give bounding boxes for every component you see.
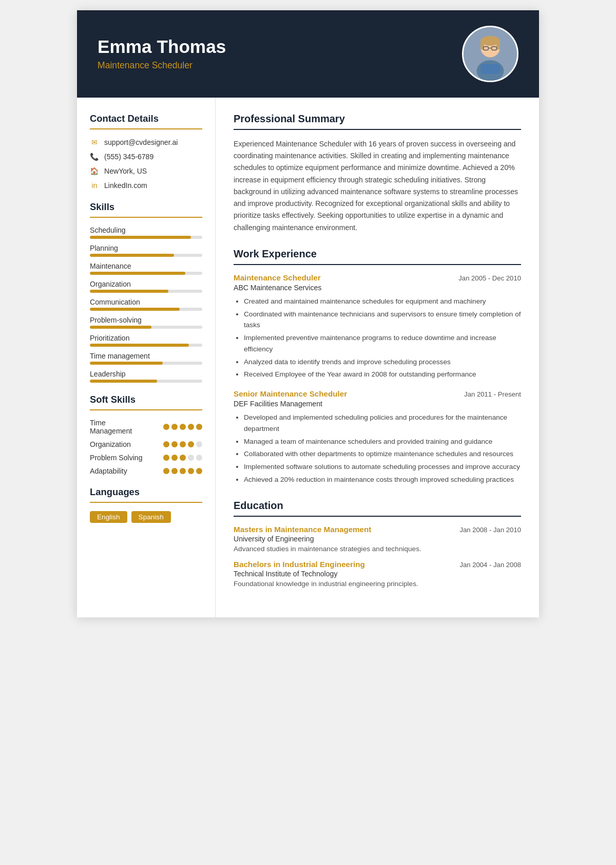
job-header: Senior Maintenance Scheduler Jan 2011 - … — [234, 389, 521, 398]
skill-item: Problem-solving — [90, 316, 202, 329]
dot — [171, 455, 178, 461]
contact-email: ✉ support@cvdesigner.ai — [90, 138, 202, 147]
soft-skill-name: Organization — [90, 440, 163, 448]
dots — [163, 468, 202, 474]
soft-skills-title: Soft Skills — [90, 394, 202, 405]
dot — [171, 424, 178, 430]
skill-item: Maintenance — [90, 262, 202, 275]
dot — [196, 424, 202, 430]
skill-bar — [90, 254, 202, 257]
resume-container: Emma Thomas Maintenance Scheduler — [77, 10, 539, 617]
edu-description: Advanced studies in maintenance strategi… — [234, 545, 521, 553]
avatar — [462, 26, 518, 82]
dots — [163, 441, 202, 447]
edu-degree: Bachelors in Industrial Engineering — [234, 560, 365, 569]
location-icon: 🏠 — [90, 166, 99, 176]
education-section: Education Masters in Maintenance Managem… — [234, 500, 521, 588]
job-company: DEF Facilities Management — [234, 400, 521, 408]
candidate-name: Emma Thomas — [98, 37, 226, 57]
skills-section: Skills Scheduling Planning Maintenance O… — [90, 201, 202, 383]
skills-divider — [90, 217, 202, 218]
skill-name: Time management — [90, 352, 202, 360]
skill-item: Organization — [90, 280, 202, 293]
linkedin-value: LinkedIn.com — [104, 181, 147, 190]
skill-fill — [90, 344, 189, 347]
summary-section: Professional Summary Experienced Mainten… — [234, 113, 521, 234]
work-title: Work Experience — [234, 248, 521, 260]
edu-dates: Jan 2004 - Jan 2008 — [459, 561, 521, 569]
job-company: ABC Maintenance Services — [234, 284, 521, 292]
skill-item: Time management — [90, 352, 202, 365]
summary-divider — [234, 129, 521, 130]
dot — [188, 424, 194, 430]
job-dates: Jan 2005 - Dec 2010 — [458, 274, 521, 282]
languages-divider — [90, 502, 202, 503]
education-entry: Masters in Maintenance Management Jan 20… — [234, 525, 521, 553]
skill-item: Planning — [90, 244, 202, 257]
work-experience-section: Work Experience Maintenance Scheduler Ja… — [234, 248, 521, 485]
skill-fill — [90, 254, 174, 257]
edu-degree: Masters in Maintenance Management — [234, 525, 371, 534]
contact-linkedin: in LinkedIn.com — [90, 181, 202, 190]
soft-skills-divider — [90, 409, 202, 410]
soft-skill-item: Adaptability — [90, 467, 202, 475]
job-bullet: Implemented preventive maintenance progr… — [244, 332, 521, 355]
dot — [196, 441, 202, 447]
skill-fill — [90, 272, 185, 275]
soft-skills-section: Soft Skills TimeManagementOrganizationPr… — [90, 394, 202, 475]
edu-header: Masters in Maintenance Management Jan 20… — [234, 525, 521, 534]
soft-skill-item: Problem Solving — [90, 454, 202, 462]
contact-phone: 📞 (555) 345-6789 — [90, 152, 202, 161]
job-entry: Maintenance Scheduler Jan 2005 - Dec 201… — [234, 273, 521, 380]
candidate-title: Maintenance Scheduler — [98, 60, 226, 71]
job-bullet: Collaborated with other departments to o… — [244, 448, 521, 460]
resume-header: Emma Thomas Maintenance Scheduler — [77, 10, 539, 98]
job-bullet: Developed and implemented scheduling pol… — [244, 412, 521, 435]
skill-name: Maintenance — [90, 262, 202, 270]
jobs-list: Maintenance Scheduler Jan 2005 - Dec 201… — [234, 273, 521, 485]
skill-item: Scheduling — [90, 226, 202, 239]
skill-bar — [90, 308, 202, 311]
skills-list: Scheduling Planning Maintenance Organiza… — [90, 226, 202, 383]
contact-divider — [90, 128, 202, 129]
dots — [163, 455, 202, 461]
phone-value: (555) 345-6789 — [104, 153, 153, 161]
main-content: Professional Summary Experienced Mainten… — [216, 98, 539, 617]
dot — [188, 468, 194, 474]
skill-bar — [90, 272, 202, 275]
skill-fill — [90, 290, 168, 293]
dot — [163, 424, 169, 430]
soft-skills-list: TimeManagementOrganizationProblem Solvin… — [90, 419, 202, 475]
skill-fill — [90, 308, 180, 311]
soft-skill-item: Organization — [90, 440, 202, 448]
job-bullet: Implemented software solutions to automa… — [244, 461, 521, 473]
skill-fill — [90, 380, 157, 383]
skill-item: Leadership — [90, 370, 202, 383]
language-badge: English — [90, 511, 127, 523]
languages-section: Languages EnglishSpanish — [90, 486, 202, 523]
dot — [180, 455, 186, 461]
dot — [163, 455, 169, 461]
dots — [163, 424, 202, 430]
job-entry: Senior Maintenance Scheduler Jan 2011 - … — [234, 389, 521, 485]
education-divider — [234, 516, 521, 517]
svg-rect-5 — [496, 41, 500, 49]
dot — [180, 424, 186, 430]
job-bullet: Managed a team of maintenance schedulers… — [244, 436, 521, 447]
edu-school: Technical Institute of Technology — [234, 570, 521, 578]
skill-item: Prioritization — [90, 334, 202, 347]
phone-icon: 📞 — [90, 152, 99, 161]
skill-bar — [90, 344, 202, 347]
header-info: Emma Thomas Maintenance Scheduler — [98, 37, 226, 71]
language-badges: EnglishSpanish — [90, 511, 202, 523]
edu-header: Bachelors in Industrial Engineering Jan … — [234, 560, 521, 569]
svg-rect-9 — [480, 64, 500, 74]
skill-bar — [90, 362, 202, 365]
dot — [180, 441, 186, 447]
skill-name: Prioritization — [90, 334, 202, 342]
job-title: Maintenance Scheduler — [234, 273, 321, 282]
resume-body: Contact Details ✉ support@cvdesigner.ai … — [77, 98, 539, 617]
contact-location: 🏠 NewYork, US — [90, 166, 202, 176]
skill-item: Communication — [90, 298, 202, 311]
soft-skill-name: TimeManagement — [90, 419, 163, 435]
